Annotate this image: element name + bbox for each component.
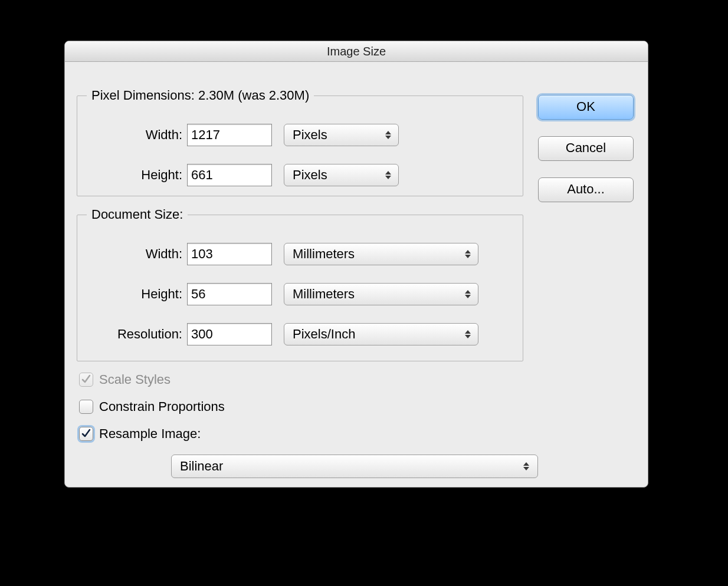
pixel-dimensions-group: Pixel Dimensions: 2.30M (was 2.30M) Widt… <box>77 88 523 196</box>
doc-resolution-unit-select[interactable]: Pixels/Inch <box>284 323 478 345</box>
chevron-updown-icon <box>463 246 473 262</box>
dialog-body: Pixel Dimensions: 2.30M (was 2.30M) Widt… <box>65 62 648 488</box>
document-size-group: Document Size: Width: Millimeters Height… <box>77 207 523 361</box>
window-title: Image Size <box>327 45 386 58</box>
doc-width-label: Width: <box>77 246 187 262</box>
scale-styles-row: Scale Styles <box>79 372 170 387</box>
resample-method-select[interactable]: Bilinear <box>171 455 538 478</box>
auto-button[interactable]: Auto... <box>538 177 634 202</box>
chevron-updown-icon <box>463 327 473 342</box>
check-icon <box>81 374 91 384</box>
pixel-dimensions-legend: Pixel Dimensions: 2.30M (was 2.30M) <box>87 88 314 103</box>
chevron-updown-icon <box>383 167 393 183</box>
scale-styles-checkbox <box>79 373 93 387</box>
image-size-dialog: Image Size Pixel Dimensions: 2.30M (was … <box>64 41 648 488</box>
doc-width-unit-value: Millimeters <box>293 246 355 262</box>
doc-resolution-input[interactable] <box>187 323 272 345</box>
doc-resolution-label: Resolution: <box>77 327 187 342</box>
chevron-updown-icon <box>383 127 393 143</box>
pixel-width-unit-select[interactable]: Pixels <box>284 124 399 146</box>
doc-resolution-unit-value: Pixels/Inch <box>293 327 355 342</box>
resample-image-label: Resample Image: <box>99 426 201 442</box>
dialog-actions: OK Cancel Auto... <box>538 95 632 219</box>
resample-image-row: Resample Image: <box>79 426 201 442</box>
ok-button[interactable]: OK <box>538 95 634 120</box>
doc-width-unit-select[interactable]: Millimeters <box>284 243 478 265</box>
resample-image-checkbox[interactable] <box>79 427 93 441</box>
doc-height-input[interactable] <box>187 283 272 305</box>
chevron-updown-icon <box>463 287 473 302</box>
doc-height-label: Height: <box>77 287 187 302</box>
constrain-proportions-row: Constrain Proportions <box>79 399 225 414</box>
doc-height-unit-select[interactable]: Millimeters <box>284 283 478 305</box>
resample-method-value: Bilinear <box>180 459 223 474</box>
doc-height-unit-value: Millimeters <box>293 287 355 302</box>
chevron-updown-icon <box>521 459 532 474</box>
pixel-width-label: Width: <box>77 127 187 143</box>
constrain-proportions-label: Constrain Proportions <box>99 399 225 414</box>
check-icon <box>81 428 91 439</box>
scale-styles-label: Scale Styles <box>99 372 170 387</box>
cancel-button[interactable]: Cancel <box>538 136 634 161</box>
pixel-width-unit-value: Pixels <box>293 127 327 143</box>
pixel-width-input[interactable] <box>187 124 272 146</box>
window-titlebar: Image Size <box>65 41 648 62</box>
document-size-legend: Document Size: <box>87 207 188 222</box>
pixel-height-unit-value: Pixels <box>293 167 327 183</box>
doc-width-input[interactable] <box>187 243 272 265</box>
pixel-height-input[interactable] <box>187 164 272 186</box>
pixel-height-label: Height: <box>77 167 187 183</box>
constrain-proportions-checkbox[interactable] <box>79 400 93 414</box>
pixel-height-unit-select[interactable]: Pixels <box>284 164 399 186</box>
